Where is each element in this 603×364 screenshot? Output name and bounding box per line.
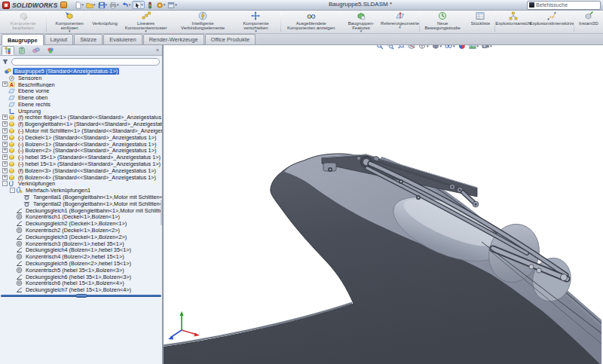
ribbon-exploded-view-button[interactable]: Explosionsansicht	[496, 11, 531, 33]
tree-item-label[interactable]: Konzentrisch1 (Deckel<1>,Bolzen<1>)	[24, 214, 121, 221]
tree-item-comp-bogengleitbahn[interactable]: +(f) Bogengleitbahn<1> (Standard<<Standa…	[0, 121, 162, 127]
tree-item-label[interactable]: (-) Bolzen<2> (Standard<<Standard>_Anzei…	[17, 148, 158, 154]
print-button[interactable]: ▾	[109, 1, 120, 9]
tree-item-mate-konzentrisch2[interactable]: Konzentrisch2 (Deckel<1>,Bolzen<2>)	[0, 227, 162, 234]
tab-evaluate[interactable]: Evaluieren	[103, 34, 142, 44]
tree-item-label[interactable]: (f) Bogengleitbahn<1> (Standard<<Standar…	[17, 121, 162, 127]
edit-appearance-button[interactable]	[458, 45, 467, 50]
tree-item-comp-bolzen-3[interactable]: +(f) Bolzen<3> (Standard<<Standard>_Anze…	[0, 167, 162, 174]
tree-item-mate-deckungsgleich7[interactable]: Deckungsgleich7 (hebel 15<1>,Bolzen<4>)	[0, 286, 162, 293]
tab-sketch[interactable]: Skizze	[74, 34, 103, 44]
tree-expander-plus[interactable]: +	[2, 168, 8, 173]
ribbon-show-hidden-components-button[interactable]: Ausgeblendete Komponenten anzeigen	[282, 11, 341, 33]
tree-expander-minus[interactable]: -	[10, 188, 15, 193]
options-button[interactable]: ▾	[155, 1, 167, 9]
tree-item-label[interactable]: Konzentrisch5 (hebel 35<1>,Bolzen<3>)	[24, 267, 126, 274]
select-button[interactable]: ▾	[132, 1, 145, 9]
tree-item-label[interactable]: Konzentrisch2 (Deckel<1>,Bolzen<2>)	[24, 227, 121, 234]
dropdown-caret[interactable]: ▾	[399, 26, 401, 29]
graphics-viewport[interactable]: ▾▾▾▾▾	[164, 45, 603, 364]
panel-tab-featuremanager[interactable]	[2, 46, 14, 55]
dropdown-caret[interactable]: ▾	[106, 3, 108, 7]
tree-item-label[interactable]: (-) hebel 35<1> (Standard<<Standard>_Anz…	[17, 154, 162, 161]
rebuild-button[interactable]	[145, 1, 155, 9]
tree-item-label[interactable]: Deckungsgleich3 (Deckel<1>,Bolzen<2>)	[24, 234, 128, 240]
tree-item-mate-tangential1[interactable]: Tangential1 (Bogengleitbahn<1>,Motor mit…	[0, 194, 162, 200]
dropdown-caret[interactable]: ▾	[93, 3, 96, 7]
ribbon-insert-components-button[interactable]: Komponenten einfügen▾	[47, 11, 91, 33]
tree-item-mates-folder[interactable]: -Verknüpfungen	[0, 181, 162, 188]
tree-item-label[interactable]: Deckungsgleich2 (Deckel<1>,Bolzen<1>)	[24, 220, 128, 227]
tree-item-comp-motor-mit-schlitten[interactable]: +(-) Motor mit Schlitten<1> (Standard<<S…	[0, 127, 162, 134]
tree-expander-minus[interactable]: -	[2, 181, 8, 186]
view-orientation-button[interactable]: ▾	[418, 45, 430, 50]
tree-item-label[interactable]: Ursprung	[17, 108, 42, 115]
tab-office-products[interactable]: Office Produkte	[205, 34, 256, 44]
ribbon-explode-line-sketch-button[interactable]: Explosionslinienskizze	[531, 11, 573, 33]
panel-tab-configurationmanager[interactable]	[29, 45, 43, 56]
tree-expander-plus[interactable]: +	[2, 121, 8, 127]
tree-expander-plus[interactable]: +	[2, 142, 8, 147]
tree-item-label[interactable]: Deckungsgleich6 (hebel 35<1>,Bolzen<3>)	[24, 274, 133, 280]
tree-item-label[interactable]: Ebene rechts	[17, 101, 52, 108]
tree-item-sensors[interactable]: Sensoren	[0, 75, 162, 81]
dropdown-caret[interactable]: ▾	[145, 29, 147, 33]
dropdown-caret[interactable]: ▾	[440, 45, 442, 48]
tree-item-mate-konzentrisch3[interactable]: Konzentrisch3 (Bolzen<1>,hebel 35<1>)	[0, 240, 162, 247]
filter-funnel-icon[interactable]	[2, 59, 8, 65]
tree-item-comp-deckel[interactable]: +(-) Deckel<1> (Standard<<Standard>_Anze…	[0, 134, 162, 141]
dropdown-caret[interactable]: ▾	[175, 3, 177, 7]
tree-expander-plus[interactable]: +	[2, 115, 8, 120]
tree-item-label[interactable]: Ebene oben	[17, 94, 49, 101]
tree-item-mate-tangential2[interactable]: Tangential2 (Bogengleitbahn<1>,Motor mit…	[0, 200, 162, 207]
ribbon-assembly-features-button[interactable]: Baugruppen-Features▾	[341, 11, 382, 33]
file-properties-button[interactable]: ▾	[167, 1, 178, 9]
tree-item-comp-bolzen-2[interactable]: +(-) Bolzen<2> (Standard<<Standard>_Anze…	[0, 148, 162, 154]
tree-item-comp-rechter-fluegel[interactable]: +(f) rechter flügel<1> (Standard<<Standa…	[0, 115, 162, 121]
display-style-button[interactable]: ▾	[431, 45, 443, 50]
tree-item-label[interactable]: Sensoren	[17, 75, 43, 81]
dropdown-caret[interactable]: ▾	[490, 45, 492, 48]
tree-item-label[interactable]: Tangential1 (Bogengleitbahn<1>,Motor mit…	[32, 194, 162, 200]
tree-item-label[interactable]: (f) Bolzen<3> (Standard<<Standard>_Anzei…	[17, 167, 158, 174]
dropdown-caret[interactable]: ▾	[427, 45, 429, 48]
tree-item-multi-mates-1[interactable]: -Mehrfach-Verknüpfungen1	[0, 187, 162, 194]
tree-item-label[interactable]: Deckungsgleich5 (Bolzen<2>,hebel 15<1>)	[24, 260, 133, 267]
tree-item-label[interactable]: (f) Bolzen<4> (Standard<<Standard>_Anzei…	[17, 174, 158, 181]
tree-item-plane-front[interactable]: Ebene vorne	[0, 87, 162, 94]
tree-item-label[interactable]: Konzentrisch3 (Bolzen<1>,hebel 35<1>)	[24, 240, 126, 247]
tab-render-tools[interactable]: Render-Werkzeuge	[143, 34, 204, 44]
menu-expand-button[interactable]	[60, 2, 67, 8]
ribbon-bom-button[interactable]: Stückliste	[467, 11, 494, 33]
ribbon-new-motion-study-button[interactable]: Neue Bewegungsstudie	[421, 11, 465, 33]
dropdown-caret[interactable]: ▾	[82, 3, 84, 7]
ribbon-reference-geometry-button[interactable]: Referenzgeometrie▾	[381, 11, 418, 33]
model-left-lug[interactable]	[323, 163, 336, 172]
zoom-fit-button[interactable]	[375, 45, 384, 50]
hide-show-items-button[interactable]: ▾	[444, 45, 456, 50]
tree-item-label[interactable]: (f) rechter flügel<1> (Standard<<Standar…	[17, 115, 162, 121]
undo-button[interactable]: ▾	[121, 1, 132, 9]
tree-item-label[interactable]: Tangential2 (Bogengleitbahn<1>,Motor mit…	[32, 200, 162, 207]
tree-item-mate-deckungsgleich1[interactable]: Deckungsgleich1 (Bogengleitbahn<1>,Motor…	[0, 207, 162, 214]
tree-expander-plus[interactable]: +	[2, 175, 8, 180]
zoom-area-button[interactable]	[386, 45, 395, 50]
tree-item-root[interactable]: Baugruppe5 (Standard<Anzeigestatus-1>)	[0, 68, 162, 75]
tree-expander-plus[interactable]: +	[2, 148, 8, 153]
tree-item-label[interactable]: Konzentrisch4 (Bolzen<2>,hebel 15<1>)	[24, 253, 126, 260]
tree-item-comp-hebel-35[interactable]: +(-) hebel 35<1> (Standard<<Standard>_An…	[0, 154, 162, 161]
save-button[interactable]: ▾	[97, 1, 109, 9]
panel-flyout-chevron[interactable]: »	[156, 47, 159, 53]
tree-item-mate-deckungsgleich6[interactable]: Deckungsgleich6 (hebel 35<1>,Bolzen<3>)	[0, 274, 162, 280]
new-button[interactable]: ▾	[74, 1, 85, 9]
rollback-grip[interactable]	[75, 294, 87, 298]
dropdown-caret[interactable]: ▾	[117, 3, 119, 7]
panel-splitter-handle[interactable]	[161, 200, 163, 225]
panel-tab-propertymanager[interactable]	[14, 45, 29, 56]
dropdown-caret[interactable]: ▾	[69, 29, 71, 33]
tree-item-label[interactable]: Baugruppe5 (Standard<Anzeigestatus-1>)	[13, 68, 119, 75]
tree-item-mate-konzentrisch4[interactable]: Konzentrisch4 (Bolzen<2>,hebel 15<1>)	[0, 253, 162, 260]
assembly-3d-model[interactable]	[164, 45, 601, 364]
tree-item-label[interactable]: Deckungsgleich4 (Bolzen<1>,hebel 35<1>)	[24, 247, 133, 254]
tree-item-mate-deckungsgleich2[interactable]: Deckungsgleich2 (Deckel<1>,Bolzen<1>)	[0, 220, 162, 227]
